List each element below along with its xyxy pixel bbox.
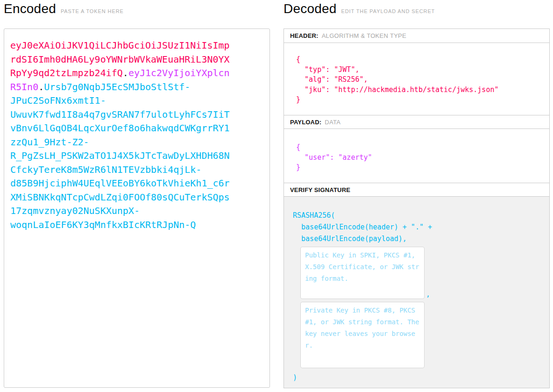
- signature-encode-payload-line: base64UrlEncode(payload),: [293, 233, 543, 245]
- token-separator-dot: .: [38, 81, 44, 93]
- public-key-row: ,: [300, 247, 543, 299]
- jwt-token[interactable]: eyJ0eXAiOiJKV1QiLCJhbGciOiJSUzI1NiIsImpr…: [10, 39, 231, 232]
- signature-comma: ,: [426, 290, 430, 299]
- decoded-header: Decoded EDIT THE PAYLOAD AND SECRET: [284, 1, 435, 16]
- encoded-subtitle: PASTE A TOKEN HERE: [61, 8, 124, 14]
- encoded-token-editor[interactable]: eyJ0eXAiOiJKV1QiLCJhbGciOiJSUzI1NiIsImpr…: [4, 29, 270, 388]
- public-key-input[interactable]: [300, 247, 425, 299]
- verify-signature-area: RSASHA256( base64UrlEncode(header) + "."…: [284, 197, 549, 388]
- signature-function-open: RSASHA256(: [293, 210, 543, 221]
- decoded-panel: HEADER: ALGORITHM & TOKEN TYPE { "typ": …: [284, 29, 550, 388]
- header-label: HEADER:: [290, 32, 319, 39]
- payload-label: PAYLOAD:: [290, 119, 321, 126]
- payload-label-hint: DATA: [325, 119, 340, 126]
- decoded-subtitle: EDIT THE PAYLOAD AND SECRET: [341, 8, 435, 14]
- header-label-hint: ALGORITHM & TOKEN TYPE: [322, 32, 406, 39]
- payload-json-editor[interactable]: { "user": "azerty" }: [284, 129, 549, 183]
- encoded-title: Encoded: [4, 1, 56, 16]
- signature-label: VERIFY SIGNATURE: [290, 186, 350, 193]
- verify-signature-label: VERIFY SIGNATURE: [284, 183, 549, 197]
- jwt-debugger: Encoded PASTE A TOKEN HERE eyJ0eXAiOiJKV…: [0, 0, 553, 392]
- private-key-input[interactable]: [300, 302, 425, 368]
- header-json-editor[interactable]: { "typ": "JWT", "alg": "RS256", "jku": "…: [284, 43, 549, 115]
- encoded-header: Encoded PASTE A TOKEN HERE: [4, 1, 124, 16]
- header-section-label: HEADER: ALGORITHM & TOKEN TYPE: [284, 29, 549, 43]
- signature-encode-header-line: base64UrlEncode(header) + "." +: [293, 221, 543, 233]
- token-separator-dot: .: [123, 67, 128, 78]
- payload-section-label: PAYLOAD: DATA: [284, 115, 549, 129]
- signature-function-close: ): [293, 372, 543, 384]
- token-signature-segment[interactable]: Ursb7g0NqbJ5EcSMJboStlStf-JPuC2SoFNx6xmt…: [10, 81, 230, 230]
- decoded-title: Decoded: [284, 1, 336, 16]
